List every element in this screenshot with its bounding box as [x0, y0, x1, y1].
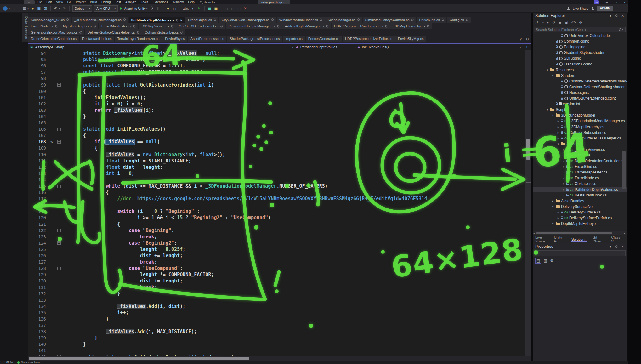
tree-item[interactable]: UnityGBufferExtended.cginc: [533, 95, 627, 101]
tree-item[interactable]: ▾Resources: [533, 67, 627, 73]
code-line[interactable]: 100 {: [28, 88, 525, 94]
tree-item[interactable]: ▾Scripts: [533, 107, 627, 112]
solution-configurations-combo[interactable]: Debug▾: [72, 5, 92, 12]
chevron-icon[interactable]: ▹: [562, 182, 565, 185]
collapse-icon[interactable]: −: [57, 185, 61, 188]
tree-item[interactable]: ▹C#CollisionSubscriber.cs: [533, 130, 627, 135]
tree-item[interactable]: Custom-DeferredReflections.shade: [533, 78, 627, 84]
menu-debug[interactable]: Debug: [99, 0, 113, 4]
code-line[interactable]: 95 public const float START_DISTANCE = 0…: [28, 56, 525, 63]
code-line[interactable]: 141: [28, 347, 525, 354]
chevron-icon[interactable]: ▹: [557, 211, 560, 214]
tree-scrollbar-thumb[interactable]: [622, 151, 626, 189]
tree-item[interactable]: ▹C#RestaurantHook.cs: [533, 192, 627, 198]
collapse-all-icon[interactable]: ⊟: [558, 20, 561, 25]
menu-git[interactable]: Git: [65, 0, 74, 4]
chevron-down-icon[interactable]: ▾: [610, 14, 611, 18]
start-without-debugging-icon[interactable]: [150, 6, 154, 11]
issues-status[interactable]: No issues found: [21, 361, 42, 364]
panel-tab-live-share[interactable]: Live Share: [535, 236, 549, 243]
chevron-down-icon[interactable]: ▾: [59, 7, 60, 10]
pin-icon[interactable]: [426, 24, 429, 28]
chevron-down-icon[interactable]: ▾: [27, 7, 29, 10]
menu-tools[interactable]: Tools: [139, 0, 150, 4]
chevron-icon[interactable]: ▹: [557, 216, 560, 219]
split-window-icon[interactable]: ✛: [525, 45, 528, 49]
code-line[interactable]: 104 }: [28, 113, 525, 120]
window-1-icon[interactable]: ◻: [224, 6, 229, 11]
code-line[interactable]: 136 }: [28, 316, 525, 322]
chevron-down-icon[interactable]: ▾: [9, 7, 10, 10]
editor-tab[interactable]: EnviroSky.cs: [162, 36, 187, 42]
tree-item[interactable]: Common.cginc: [533, 38, 627, 44]
menu-view[interactable]: View: [54, 0, 65, 4]
code-line[interactable]: 123 break;: [28, 234, 525, 240]
pin-icon[interactable]: [93, 24, 96, 28]
code-line[interactable]: 134 _fixValues.Add(i, dist);: [28, 303, 525, 310]
pin-icon[interactable]: [220, 24, 223, 28]
editor-tab[interactable]: SimulatedFisheyeCamera.cs: [363, 17, 416, 23]
tree-item[interactable]: ▹C#FruxelMapTester.cs: [533, 169, 627, 175]
menu-extensions[interactable]: Extensions: [150, 0, 170, 4]
editor-tab[interactable]: WindowPositionFinder.cs: [277, 17, 325, 23]
property-pages-wrench-icon[interactable]: ⚙: [550, 259, 553, 263]
collapse-icon[interactable]: −: [57, 267, 61, 270]
chevron-icon[interactable]: ▹: [557, 137, 560, 140]
pin-icon[interactable]: [136, 31, 139, 34]
editor-tab[interactable]: HDRPPostproc...Randomizer.cs: [332, 23, 390, 29]
solution-explorer-search[interactable]: Search Solution Explorer (Ctrl+;) ▾: [534, 27, 626, 32]
tree-item[interactable]: ▹C#DeliverySurface.cs: [533, 209, 627, 215]
code-line[interactable]: 128− case "UseCompound":: [28, 265, 525, 271]
chevron-icon[interactable]: ▾: [557, 142, 560, 145]
tree-item[interactable]: Easing.cginc: [533, 44, 627, 50]
code-line[interactable]: 131 break;: [28, 284, 525, 290]
save-all-icon[interactable]: ⊞: [43, 6, 48, 11]
code-line[interactable]: 133: [28, 297, 525, 303]
code-line[interactable]: 130 dist += lenght;: [28, 278, 525, 284]
close-icon[interactable]: ×: [180, 18, 182, 22]
pin-icon[interactable]: [356, 18, 360, 21]
window-prev-icon[interactable]: ◻: [230, 6, 235, 11]
tree-item[interactable]: ▹C#Obstacles.cs: [533, 181, 627, 186]
editor-tab[interactable]: EnviroSkyMgr.cs: [395, 36, 426, 42]
chevron-down-icon[interactable]: ▾: [547, 20, 549, 25]
tree-item[interactable]: Gradient Skybox.shader: [533, 50, 627, 55]
chevron-icon[interactable]: ▹: [562, 171, 565, 174]
collapse-icon[interactable]: −: [57, 229, 61, 232]
chevron-icon[interactable]: ▹: [562, 176, 565, 179]
view-code-icon[interactable]: <>: [571, 20, 576, 25]
menu-edit[interactable]: Edit: [44, 0, 54, 4]
editor-tab[interactable]: _3DFoundatio...delManager.cs: [72, 17, 128, 23]
chevron-icon[interactable]: ▹: [562, 159, 565, 162]
pin-icon[interactable]: [180, 31, 183, 34]
editor-tab[interactable]: DeliverySurfaceClassHelper.cs: [85, 29, 142, 35]
tree-item[interactable]: ▾DeliverySurfaceNet: [533, 204, 627, 209]
pin-icon[interactable]: [170, 24, 173, 28]
chevron-icon[interactable]: ▾: [551, 205, 554, 208]
alphabetical-icon[interactable]: ▥: [544, 259, 547, 263]
chevron-icon[interactable]: ▾: [546, 108, 549, 111]
class-dropdown[interactable]: ◆ PathfinderDepthValues ▾: [296, 45, 358, 49]
editor-tab[interactable]: OneSec3D_FileFormat.cs: [176, 23, 225, 29]
menu-test[interactable]: Test: [113, 0, 123, 4]
pin-icon[interactable]: [133, 24, 136, 28]
panel-tab-unity-pr-[interactable]: Unity Pr...: [554, 236, 566, 243]
code-line[interactable]: 94 static Dictionary<int, float> _fixVal…: [28, 50, 525, 56]
admin-button[interactable]: ADMIN: [597, 6, 613, 11]
editor-tab[interactable]: _3DMapViewer.cs: [139, 23, 175, 29]
redo-icon[interactable]: ↷: [62, 6, 66, 11]
attach-to-unity-button[interactable]: Attach to Unity▾: [120, 7, 147, 10]
window-layout-icon[interactable]: ◻: [173, 6, 177, 11]
pin-icon[interactable]: [65, 18, 69, 21]
editor-tab[interactable]: RestaurantHo...pleManager.cs: [226, 23, 282, 29]
code-line[interactable]: 112 float dist = lenght;: [28, 164, 525, 170]
code-line[interactable]: 125 lenght = 0.025f;: [28, 246, 525, 253]
tree-item[interactable]: ▹C#DeliverySurfaceClassHelper.cs: [533, 135, 627, 141]
menu-project[interactable]: Project: [74, 0, 88, 4]
add-item-icon[interactable]: ▼: [166, 6, 171, 11]
pin-icon[interactable]: [54, 24, 58, 28]
tab-overflow-icon[interactable]: ⊽: [519, 37, 522, 41]
scroll-right-icon[interactable]: ▸: [624, 232, 625, 235]
tree-item[interactable]: ▹C#DeliverySurfacePrefab.cs: [533, 215, 627, 221]
task-list-icon[interactable]: ☰: [207, 6, 212, 11]
